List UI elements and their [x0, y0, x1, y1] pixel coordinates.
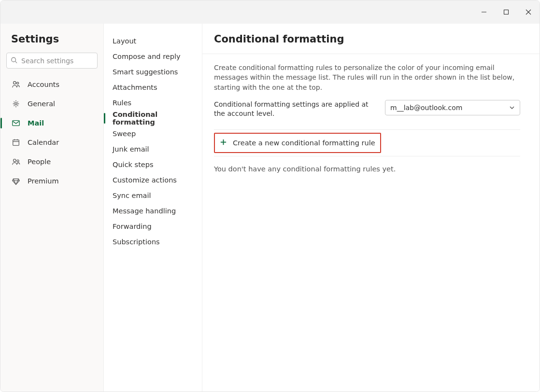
- svg-point-15: [17, 160, 19, 162]
- subnav-subscriptions[interactable]: Subscriptions: [104, 234, 202, 250]
- close-button[interactable]: [517, 0, 540, 24]
- main-content: Conditional formatting Create conditiona…: [202, 24, 540, 392]
- subnav-conditional-formatting[interactable]: Conditional formatting: [104, 111, 202, 126]
- svg-point-4: [12, 57, 16, 62]
- subnav-rules[interactable]: Rules: [104, 95, 202, 111]
- sidebar-item-general[interactable]: General: [5, 96, 99, 112]
- svg-point-14: [14, 159, 16, 162]
- account-row: Conditional formatting settings are appl…: [214, 100, 520, 119]
- subnav-compose-reply[interactable]: Compose and reply: [104, 49, 202, 64]
- subnav-layout[interactable]: Layout: [104, 33, 202, 49]
- content-description: Create conditional formatting rules to p…: [214, 63, 520, 92]
- search-input[interactable]: [6, 53, 98, 69]
- sidebar-item-premium[interactable]: Premium: [5, 173, 99, 189]
- page-title: Settings: [5, 33, 99, 45]
- svg-point-8: [15, 103, 17, 105]
- diamond-icon: [11, 177, 21, 185]
- subnav-message-handling[interactable]: Message handling: [104, 203, 202, 219]
- sidebar-item-label: Calendar: [28, 139, 59, 146]
- chevron-down-icon: [509, 105, 515, 111]
- mail-icon: [11, 119, 21, 127]
- create-rule-button[interactable]: Create a new conditional formatting rule: [214, 133, 381, 153]
- subnav-sync-email[interactable]: Sync email: [104, 188, 202, 203]
- minimize-icon: [481, 9, 487, 15]
- svg-rect-9: [13, 121, 19, 126]
- empty-state-text: You don't have any conditional formattin…: [214, 156, 520, 173]
- divider: [202, 54, 540, 54]
- search-icon: [11, 56, 17, 65]
- primary-sidebar: Settings Accounts General Mail: [0, 24, 103, 392]
- titlebar: [0, 0, 540, 24]
- subnav-attachments[interactable]: Attachments: [104, 80, 202, 95]
- people-icon: [11, 157, 21, 166]
- subnav-customize-actions[interactable]: Customize actions: [104, 172, 202, 188]
- svg-rect-1: [504, 10, 509, 14]
- create-rule-row: Create a new conditional formatting rule: [214, 129, 520, 156]
- account-select[interactable]: m__lab@outlook.com: [385, 100, 520, 115]
- sidebar-item-calendar[interactable]: Calendar: [5, 134, 99, 151]
- account-label: Conditional formatting settings are appl…: [214, 100, 373, 119]
- svg-point-6: [14, 82, 16, 84]
- subnav-junk-email[interactable]: Junk email: [104, 141, 202, 157]
- maximize-button[interactable]: [495, 0, 517, 24]
- plus-icon: [220, 139, 227, 147]
- gear-icon: [11, 99, 21, 108]
- sidebar-item-label: Mail: [28, 119, 44, 127]
- svg-rect-10: [13, 140, 19, 146]
- sidebar-item-accounts[interactable]: Accounts: [5, 76, 99, 93]
- secondary-sidebar: Layout Compose and reply Smart suggestio…: [103, 24, 202, 392]
- sidebar-item-label: Accounts: [28, 81, 59, 88]
- search-settings[interactable]: [6, 53, 98, 69]
- subnav-quick-steps[interactable]: Quick steps: [104, 157, 202, 172]
- subnav-forwarding[interactable]: Forwarding: [104, 219, 202, 234]
- settings-window: Settings Accounts General Mail: [0, 0, 540, 392]
- subnav-sweep[interactable]: Sweep: [104, 126, 202, 141]
- subnav-smart-suggestions[interactable]: Smart suggestions: [104, 64, 202, 80]
- content-title: Conditional formatting: [214, 33, 520, 45]
- calendar-icon: [11, 138, 21, 147]
- sidebar-item-label: People: [28, 158, 51, 166]
- sidebar-item-label: General: [28, 100, 55, 108]
- account-value: m__lab@outlook.com: [390, 104, 462, 112]
- sidebar-item-people[interactable]: People: [5, 154, 99, 170]
- content-area: Settings Accounts General Mail: [0, 24, 540, 392]
- sidebar-item-mail[interactable]: Mail: [5, 115, 99, 131]
- create-rule-label: Create a new conditional formatting rule: [233, 139, 375, 147]
- maximize-icon: [503, 9, 509, 15]
- sidebar-item-label: Premium: [28, 177, 59, 185]
- svg-line-5: [15, 61, 17, 63]
- minimize-button[interactable]: [473, 0, 495, 24]
- accounts-icon: [11, 80, 21, 89]
- close-icon: [526, 9, 531, 15]
- window-controls: [473, 0, 540, 24]
- svg-point-7: [17, 82, 19, 84]
